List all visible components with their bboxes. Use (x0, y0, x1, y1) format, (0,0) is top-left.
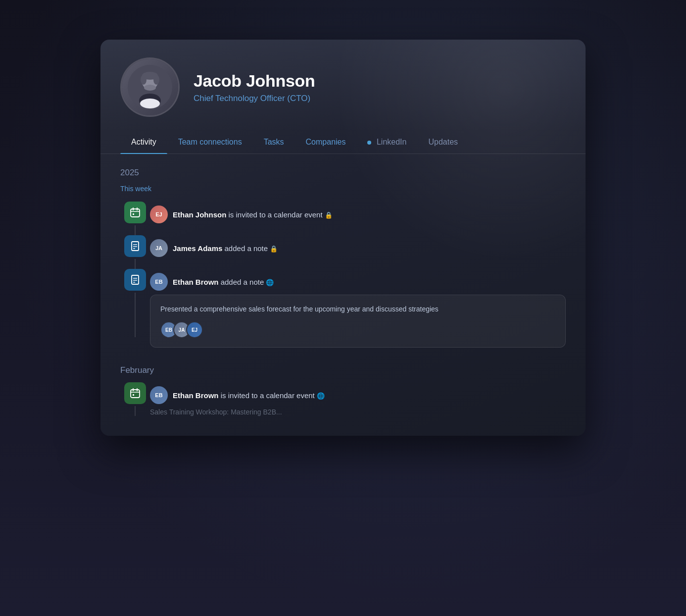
activity-text-feb-1: EB Ethan Brown is invited to a calendar … (150, 382, 566, 422)
user-name-2: James Adams (173, 244, 222, 253)
svg-point-6 (144, 85, 156, 91)
user-name-1: Ethan Johnson (173, 210, 226, 219)
icon-col-1 (120, 202, 150, 235)
month-label: February (120, 365, 566, 375)
note-avatars: EB JA EJ (160, 321, 555, 338)
privacy-icon-1: 🔒 (325, 211, 333, 219)
activity-text-1: EJ Ethan Johnson is invited to a calenda… (150, 202, 566, 230)
tab-team-connections[interactable]: Team connections (167, 131, 253, 154)
avatar-ethan-j: EJ (150, 205, 168, 223)
privacy-icon-2: 🔒 (270, 245, 278, 253)
profile-panel: Jacob Johnson Chief Technology Officer (… (100, 40, 586, 436)
activity-item-feb-1: EB Ethan Brown is invited to a calendar … (120, 382, 566, 422)
tab-companies[interactable]: Companies (295, 131, 357, 154)
tab-bar: Activity Team connections Tasks Companie… (100, 131, 586, 154)
user-name-3: Ethan Brown (173, 278, 219, 286)
connector-feb-1 (135, 406, 136, 416)
icon-col-3 (120, 269, 150, 337)
avatar-ethan-b: EB (150, 273, 168, 291)
activity-content: 2025 This week EJ (100, 154, 586, 436)
tab-updates[interactable]: Updates (417, 131, 469, 154)
avatar-ethan-b-feb: EB (150, 386, 168, 404)
avatar-james-a: JA (150, 239, 168, 257)
activity-item-2: JA James Adams added a note 🔒 (120, 235, 566, 269)
doc-icon-1 (124, 235, 146, 257)
profile-title: Chief Technology Officer (CTO) (194, 94, 315, 103)
tab-tasks[interactable]: Tasks (253, 131, 295, 154)
action-text-2: added a note (225, 244, 270, 253)
tab-activity[interactable]: Activity (120, 131, 167, 154)
user-name-feb-1: Ethan Brown (173, 391, 219, 400)
note-card: Presented a comprehensive sales forecast… (150, 295, 566, 348)
activity-item-1: EJ Ethan Johnson is invited to a calenda… (120, 202, 566, 235)
tab-linkedin[interactable]: LinkedIn (356, 131, 417, 154)
svg-rect-25 (133, 394, 134, 396)
svg-point-5 (153, 75, 159, 85)
svg-point-7 (140, 99, 160, 108)
week-label: This week (120, 185, 566, 193)
privacy-icon-feb-1: 🌐 (317, 392, 325, 400)
svg-rect-12 (133, 213, 134, 215)
svg-rect-21 (131, 390, 140, 398)
profile-header: Jacob Johnson Chief Technology Officer (… (100, 40, 586, 131)
icon-col-feb-1 (120, 382, 150, 416)
action-text-3: added a note (221, 278, 266, 286)
profile-name: Jacob Johnson (194, 71, 315, 91)
svg-rect-17 (132, 275, 139, 284)
linkedin-dot (367, 141, 371, 145)
doc-icon-2 (124, 269, 146, 291)
connector-3 (135, 293, 136, 337)
profile-info: Jacob Johnson Chief Technology Officer (… (194, 71, 315, 103)
feb-sub-text: Sales Training Workshop: Mastering B2B..… (150, 408, 566, 416)
svg-rect-8 (131, 209, 140, 217)
action-text-feb-1: is invited to a calendar event (221, 391, 317, 400)
connector-2 (135, 259, 136, 269)
year-label: 2025 (120, 168, 566, 178)
calendar-icon-feb (124, 382, 146, 404)
calendar-icon-1 (124, 202, 146, 223)
icon-col-2 (120, 235, 150, 269)
activity-text-2: JA James Adams added a note 🔒 (150, 235, 566, 264)
activity-text-3: EB Ethan Brown added a note 🌐 Presented … (150, 269, 566, 354)
avatar (120, 57, 180, 117)
note-avatar-3: EJ (186, 321, 203, 338)
action-text-1: is invited to a calendar event (229, 210, 325, 219)
svg-rect-13 (132, 242, 139, 251)
note-text: Presented a comprehensive sales forecast… (160, 304, 555, 314)
activity-item-3: EB Ethan Brown added a note 🌐 Presented … (120, 269, 566, 354)
privacy-icon-3: 🌐 (266, 279, 274, 286)
svg-point-4 (141, 75, 147, 85)
connector-1 (135, 225, 136, 235)
